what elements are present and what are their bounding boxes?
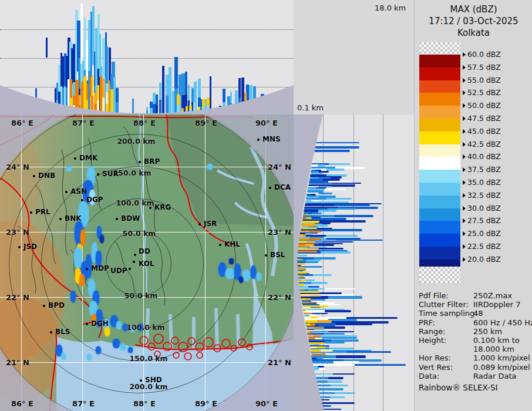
radar-site-name: Kolkata xyxy=(415,27,532,39)
metadata-value: 250 km xyxy=(473,327,502,336)
top-profile-cone-wedge xyxy=(0,0,294,114)
metadata-row: Hor Res:1.000 km/pixel xyxy=(419,353,531,362)
precipitation-cell xyxy=(105,327,110,336)
latitude-label: 22° N xyxy=(6,293,29,302)
legend-color-band xyxy=(419,183,460,196)
max-height-label: 18.0 km xyxy=(375,4,406,12)
station-dot xyxy=(59,218,62,220)
range-ring-label: 100.0 km xyxy=(126,323,164,332)
metadata-value: IIRDoppler 7 xyxy=(473,300,521,309)
side-height-profile-panel xyxy=(294,114,414,411)
tick-marker-icon xyxy=(463,65,466,70)
metadata-row: PRF:600 Hz / 450 Hz xyxy=(419,318,531,327)
metadata-label: Data: xyxy=(419,372,473,380)
legend-entry-label: 42.5 dBZ xyxy=(467,140,501,149)
longitude-label: 90° E xyxy=(255,119,278,127)
station-label: DMK xyxy=(79,154,97,162)
metadata-label: PRF: xyxy=(419,318,473,327)
legend-overflow-checker-bottom xyxy=(419,267,460,283)
side-profile-cone-wedge xyxy=(294,114,414,411)
legend-color-band xyxy=(419,119,460,132)
metadata-value: 48 xyxy=(473,309,483,318)
metadata-label: Pdf File: xyxy=(419,291,473,300)
station-label: MNS xyxy=(262,135,281,143)
station-dot xyxy=(269,187,271,189)
tick-marker-icon xyxy=(463,116,466,121)
product-datetime: 17:12 / 03-Oct-2025 xyxy=(415,15,532,27)
product-title-block: MAX (dBZ) 17:12 / 03-Oct-2025 Kolkata xyxy=(415,4,532,39)
metadata-value: 1.000 km/pixel xyxy=(473,353,530,362)
station-label: BPD xyxy=(48,301,65,309)
metadata-row: Clutter Filter:IIRDoppler 7 xyxy=(419,300,531,309)
min-height-label: 0.1 km xyxy=(297,103,324,112)
station-dot xyxy=(50,331,52,333)
longitude-label: 86° E xyxy=(11,399,33,408)
station-label: UDP xyxy=(110,267,127,275)
tick-marker-icon xyxy=(463,103,466,108)
latitude-label: 24° N xyxy=(6,163,29,171)
range-ring-label: 150.0 km xyxy=(129,354,167,363)
station-dot xyxy=(198,223,201,225)
station-dot xyxy=(81,199,83,201)
precipitation-cell xyxy=(120,343,126,351)
precipitation-cell xyxy=(239,277,243,283)
legend-entry-label: 27.5 dBZ xyxy=(467,216,501,225)
station-label: DCA xyxy=(274,183,291,191)
precipitation-cell xyxy=(80,230,85,246)
precipitation-cell xyxy=(257,272,261,281)
legend-color-band xyxy=(419,234,460,247)
station-dot xyxy=(265,254,267,257)
station-label: SUR xyxy=(102,170,119,178)
legend-color-band xyxy=(419,80,460,93)
metadata-value: 250Z.max xyxy=(473,291,512,300)
tick-marker-icon xyxy=(463,257,466,262)
station-dot xyxy=(133,261,135,263)
metadata-label: Height: xyxy=(419,336,473,345)
metadata-label: Clutter Filter: xyxy=(419,300,473,309)
station-dot xyxy=(43,305,45,307)
legend-entry-label: 57.5 dBZ xyxy=(467,63,501,72)
longitude-label: 90° E xyxy=(255,399,278,408)
tick-marker-icon xyxy=(463,154,466,159)
precipitation-cell xyxy=(243,269,250,281)
station-dot xyxy=(140,379,142,382)
metadata-row: Range:250 km xyxy=(419,327,531,336)
metadata-value: 600 Hz / 450 Hz xyxy=(473,318,532,327)
precipitation-cell xyxy=(79,274,85,286)
legend-color-band xyxy=(419,93,460,106)
legend-entry-label: 30.0 dBZ xyxy=(467,204,501,213)
legend-entry-label: 40.0 dBZ xyxy=(467,152,501,161)
product-name: MAX (dBZ) xyxy=(415,4,532,15)
station-dot xyxy=(86,323,88,325)
station-dot xyxy=(116,218,118,220)
legend-color-band xyxy=(419,68,460,80)
latitude-label: 23° N xyxy=(268,228,291,237)
station-label: DD xyxy=(139,247,150,255)
longitude-label: 86° E xyxy=(11,119,33,127)
station-label: JSD xyxy=(23,242,37,251)
metadata-label: Vert Res: xyxy=(419,363,473,372)
precipitation-cell xyxy=(61,353,66,360)
station-dot xyxy=(129,268,131,270)
tick-marker-icon xyxy=(463,231,466,236)
precipitation-cell xyxy=(100,235,104,243)
legend-entry-label: 35.0 dBZ xyxy=(467,178,501,187)
precipitation-cell xyxy=(128,347,133,353)
precipitation-cell xyxy=(70,291,76,302)
legend-entry-label: 25.0 dBZ xyxy=(467,229,501,238)
legend-entry-label: 22.5 dBZ xyxy=(467,242,501,251)
metadata-value: Radar Data xyxy=(473,372,516,380)
radar-application-window: 18.0 km 0.1 km xyxy=(0,0,532,411)
metadata-row: Height:0.100 km to xyxy=(419,336,531,345)
station-dot xyxy=(219,244,221,246)
longitude-label: 88° E xyxy=(133,119,156,127)
range-ring-label: 50.0 km xyxy=(124,291,158,300)
legend-entry-label: 20.0 dBZ xyxy=(467,255,501,264)
station-dot xyxy=(30,211,32,214)
tick-marker-icon xyxy=(463,52,466,57)
tick-marker-icon xyxy=(463,193,466,198)
legend-entry-label: 47.5 dBZ xyxy=(467,114,501,123)
legend-color-band xyxy=(419,247,460,260)
legend-entry-label: 37.5 dBZ xyxy=(467,165,501,174)
legend-entry-label: 55.0 dBZ xyxy=(467,76,501,85)
